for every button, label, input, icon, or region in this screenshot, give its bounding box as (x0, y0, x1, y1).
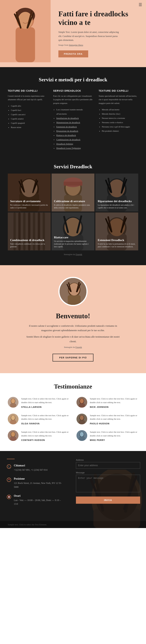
hamburger-menu[interactable]: ☰ (138, 2, 142, 7)
svg-point-76 (80, 416, 84, 420)
service-link[interactable]: Manutenzione de dreadlock (56, 121, 80, 124)
hero-title: Fatti fare i dreadlocks vicino a te (58, 10, 138, 27)
svg-rect-79 (10, 437, 16, 441)
svg-rect-63 (10, 404, 16, 408)
svg-point-84 (80, 432, 84, 436)
services-section: Servizi e metodi per i dreadlock TEXTURE… (0, 67, 146, 160)
service-link[interactable]: Riparazione de dreadlock (56, 130, 78, 132)
dreadlock-image-credit: Immagine da Freepik (8, 253, 138, 256)
phone-label: Chiamaci (14, 464, 48, 467)
location-label: Posizione (14, 477, 63, 480)
dreadlock-card-2: Coltivazione di serrature Il cultivo di … (52, 174, 94, 212)
testimonial-name-4: PAOLO HUDSON (90, 422, 138, 425)
testimonial-item-5: Sample text. Click to select the text bo… (8, 430, 70, 441)
card-title-4: Combinazione di dreadlock (10, 238, 48, 242)
list-item: Locs istantanei tramite metodo all'uncin… (56, 108, 93, 116)
welcome-avatar (58, 277, 88, 306)
hero-image-credit-link[interactable]: Immagine libera (69, 44, 83, 46)
list-item: Nessun intreccio a torsione (102, 116, 138, 120)
list-item: Estensioni de dreadlock (56, 124, 93, 129)
card-title-5: Riattaccare (54, 236, 92, 239)
message-label: Message (76, 472, 140, 474)
testimonial-name-5: CONTANTI HUDSON (21, 439, 70, 441)
contact-info: 📞 Chiamaci +1(234) 567-891, +1 (234) 567… (0, 451, 70, 519)
testimonial-item-1: Sample text. Click to select the text bo… (8, 397, 70, 408)
testimonial-text-2: Sample text. Click to select the text bo… (90, 397, 138, 404)
service-link-splitting[interactable]: Dreadlock Splitting (56, 142, 73, 145)
contact-item-hours: ⏰ Orari Lun - Ven: — 10:00 – 20:00, Sab,… (7, 494, 63, 506)
dreadlock-services-title: Servizi Dreadlock (8, 164, 138, 170)
svg-point-64 (11, 399, 15, 403)
service-col-1-list: Capelli afro Capelli lisci Capelli cauca… (8, 104, 47, 130)
testimonial-item-2: Sample text. Click to select the text bo… (76, 397, 138, 408)
hours-icon: ⏰ (7, 495, 11, 499)
services-title: Servizi e metodi per i dreadlock (8, 77, 138, 83)
svg-rect-71 (10, 420, 16, 424)
phone-details: +1(234) 567-891, +1 (234) 567-014 (14, 468, 48, 472)
testimonial-item-4: Sample text. Click to select the text bo… (76, 414, 138, 425)
welcome-para-1: Il nostro salone è accogliente e confort… (26, 324, 120, 333)
svg-point-68 (80, 399, 84, 403)
avatar-3 (8, 414, 18, 424)
list-item: Combinazione de dreadlock (56, 137, 93, 142)
card-desc-6: Il style ha sia fatto la permanenza di s… (98, 242, 136, 248)
avatar-5 (8, 430, 18, 441)
service-link[interactable]: Riattacco de dreadlock (56, 134, 76, 136)
message-textarea[interactable] (76, 475, 140, 492)
address-input[interactable] (76, 462, 140, 469)
list-item: Dreadlock Loose Tightening (56, 146, 93, 150)
location-icon: 📍 (7, 478, 11, 482)
list-item: Capelli lisci (11, 108, 47, 112)
testimonial-text-1: Sample text. Click to select the text bo… (21, 397, 70, 404)
svg-point-80 (11, 432, 15, 436)
service-col-1-desc: I nostri metodi si la nostra esperienza … (8, 94, 47, 101)
testimonials-section: Testimonianze Sample text. Click to sele… (0, 373, 146, 451)
saperne-di-piu-button[interactable]: PER SAPERNE DI PIÙ (52, 354, 93, 362)
card-title-2: Coltivazione di serrature (54, 200, 92, 203)
list-item: Riparazione de dreadlock (56, 129, 93, 133)
service-col-3-list: Metodo all'uncinetto Metodo Interloc (lo… (99, 108, 138, 133)
dreadlock-services-section: Servizi Dreadlock Serrature di avviament… (0, 160, 146, 265)
contact-form: Address Message INVIA (70, 451, 146, 519)
service-link[interactable]: Estensioni de dreadlock (56, 126, 77, 128)
dreadlock-card-1: Serrature di avviamento Per realizzare i… (8, 174, 50, 212)
contact-section: 📞 Chiamaci +1(234) 567-891, +1 (234) 567… (0, 451, 146, 528)
card-content-3: Riparazione dei dreadlocks La riparazion… (98, 200, 136, 209)
list-item: Installazione de dreadlock (56, 116, 93, 120)
svg-rect-83 (79, 437, 85, 441)
card-content-4: Combinazione di dreadlock Tutti i dreadl… (10, 238, 48, 248)
card-desc-5: Un servizio in magazzino splendidamente … (54, 240, 92, 248)
service-link[interactable]: Installazione de dreadlock (56, 117, 79, 119)
service-col-2-heading: SERVIZI DREADLOCK (53, 90, 93, 92)
testimonial-text-6: Sample text. Click to select the text bo… (90, 430, 138, 438)
service-link[interactable]: Combinazione de dreadlock (56, 138, 80, 141)
dreadlock-card-6: Estensioni Dreadlock Il style ha sia fat… (96, 212, 138, 250)
list-item: Razze miste (11, 125, 47, 130)
welcome-section: Benvenuto! Il nostro salone è accoglient… (0, 265, 146, 373)
service-col-1: TEXTURE DEI CAPELLI I nostri metodi si l… (8, 90, 47, 150)
list-item: Manutenzione de dreadlock (56, 120, 93, 124)
send-button[interactable]: INVIA (76, 496, 140, 504)
avatar-4 (76, 414, 87, 424)
welcome-title: Benvenuto! (8, 312, 138, 320)
location-details: 121 Rock Street, 21 Avenue, New York, NY… (14, 481, 63, 489)
svg-rect-75 (79, 420, 85, 424)
prenota-ora-button[interactable]: PRENOTA ORA (58, 50, 88, 58)
avatar-6 (76, 430, 87, 441)
svg-rect-2 (16, 27, 35, 62)
card-desc-3: La riparazione dei dreadlock sarà adatta… (98, 204, 136, 209)
testimonial-item-6: Sample text. Click to select the text bo… (76, 430, 138, 441)
dreadlock-credit-link[interactable]: Freepik (76, 253, 82, 256)
contact-item-location: 📍 Posizione 121 Rock Street, 21 Avenue, … (7, 477, 63, 489)
testimonial-name-6: MIKE PERRY (90, 439, 138, 441)
service-link-tightening[interactable]: Dreadlock Loose Tightening (56, 147, 81, 149)
welcome-image-credit: Immagini da Freepik (8, 346, 138, 348)
hero-image (0, 0, 50, 67)
service-col-2: SERVIZI DREADLOCK Fare clic su un colleg… (53, 90, 93, 150)
welcome-credit-link[interactable]: Freepik (76, 346, 82, 348)
testimonial-text-5: Sample text. Click to select the text bo… (21, 430, 70, 438)
service-col-2-desc: Fare clic su un collegamento per visuali… (53, 94, 93, 105)
testimonials-title: Testimonianze (8, 383, 138, 390)
phone-icon: 📞 (7, 464, 11, 469)
card-content-1: Serrature di avviamento Per realizzare i… (10, 200, 48, 209)
